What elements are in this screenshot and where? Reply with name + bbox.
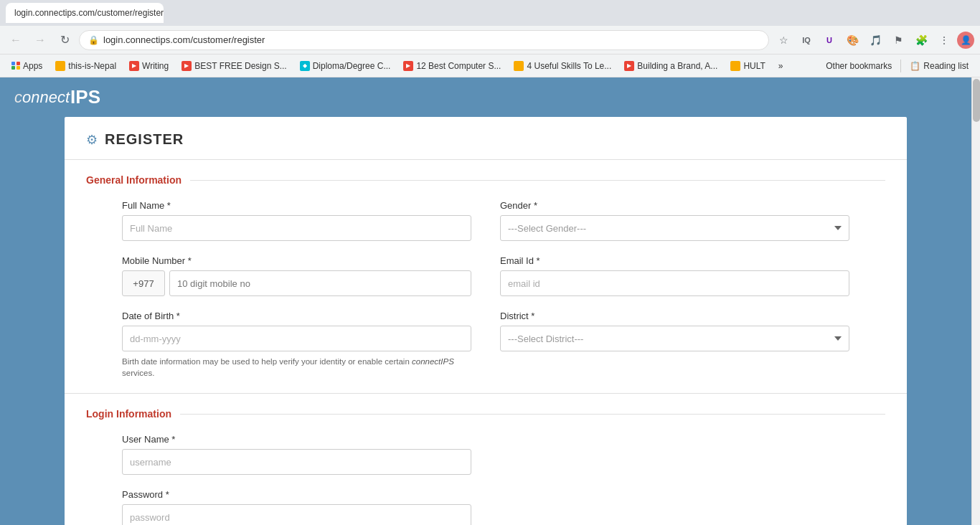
register-container: ⚙ REGISTER General Information Full N bbox=[65, 117, 907, 525]
bookmark-design[interactable]: ▶ BEST FREE Design S... bbox=[176, 57, 293, 75]
scrollbar-thumb[interactable] bbox=[973, 79, 980, 122]
bookmark-writing[interactable]: ▶ Writing bbox=[123, 57, 174, 75]
login-info-title: Login Information bbox=[86, 408, 171, 420]
bookmark-writing-label: Writing bbox=[142, 61, 169, 71]
computer-icon: ▶ bbox=[403, 61, 413, 71]
username-group: User Name * bbox=[122, 434, 471, 475]
username-label: User Name * bbox=[122, 434, 471, 445]
district-select[interactable]: ---Select District--- bbox=[500, 326, 849, 351]
puzzle-btn[interactable]: 🧩 bbox=[911, 30, 931, 50]
full-name-input[interactable] bbox=[122, 215, 471, 241]
bookmark-diploma[interactable]: ◆ Diploma/Degree C... bbox=[294, 57, 397, 75]
logo-connect: connect bbox=[14, 88, 70, 107]
reading-list-label: Reading list bbox=[923, 61, 969, 71]
bookmark-hult[interactable]: HULT bbox=[725, 57, 771, 75]
bookmark-brand-label: Building a Brand, A... bbox=[637, 61, 717, 71]
bookmarks-more-button[interactable]: » bbox=[773, 57, 789, 75]
gender-group: Gender * ---Select Gender--- Male Female… bbox=[500, 200, 849, 241]
password-input[interactable] bbox=[122, 504, 471, 525]
username-input[interactable] bbox=[122, 449, 471, 475]
gender-label: Gender * bbox=[500, 200, 849, 211]
district-label: District * bbox=[500, 311, 849, 321]
bookmark-nepal[interactable]: this-is-Nepal bbox=[50, 57, 122, 75]
apps-icon bbox=[11, 62, 20, 70]
login-info-divider bbox=[180, 414, 885, 415]
iq-icon-btn[interactable]: IQ bbox=[796, 30, 816, 50]
writing-icon: ▶ bbox=[129, 61, 139, 71]
bookmark-design-label: BEST FREE Design S... bbox=[194, 61, 287, 71]
form-row-dob-district: Date of Birth * Birth date information m… bbox=[122, 311, 849, 379]
district-group: District * ---Select District--- bbox=[500, 311, 849, 379]
browser-toolbar: ← → ↻ 🔒 login.connectips.com/customer/re… bbox=[0, 26, 980, 55]
bookmark-apps-label: Apps bbox=[23, 61, 42, 71]
diploma-icon: ◆ bbox=[300, 61, 310, 71]
register-title: REGISTER bbox=[105, 131, 184, 148]
general-info-divider bbox=[190, 180, 885, 181]
bookmark-diploma-label: Diploma/Degree C... bbox=[313, 61, 391, 71]
address-bar[interactable]: 🔒 login.connectips.com/customer/register bbox=[79, 30, 769, 50]
url-text: login.connectips.com/customer/register bbox=[103, 34, 760, 45]
music-btn[interactable]: 🎵 bbox=[865, 30, 885, 50]
profile-btn[interactable]: 👤 bbox=[957, 32, 974, 49]
more-label: » bbox=[778, 61, 783, 71]
star-button[interactable]: ☆ bbox=[773, 30, 793, 50]
bookmark-nepal-label: this-is-Nepal bbox=[68, 61, 116, 71]
country-code-input[interactable] bbox=[122, 270, 165, 296]
forward-button[interactable]: → bbox=[30, 30, 50, 50]
back-button[interactable]: ← bbox=[6, 30, 26, 50]
reading-list-icon: 📋 bbox=[910, 61, 920, 71]
form-row-mobile-email: Mobile Number * Email Id * bbox=[122, 255, 849, 296]
bookmark-apps[interactable]: Apps bbox=[6, 57, 48, 75]
other-bookmarks[interactable]: Other bookmarks bbox=[820, 57, 897, 75]
form-row-password: Password * bbox=[122, 489, 849, 525]
page-content: connect IPS ⚙ REGISTER General Informati… bbox=[0, 77, 971, 525]
other-bookmarks-label: Other bookmarks bbox=[826, 61, 892, 71]
lock-icon: 🔒 bbox=[88, 35, 99, 45]
design-icon: ▶ bbox=[182, 61, 192, 71]
password-label: Password * bbox=[122, 489, 471, 500]
reading-list[interactable]: 📋 Reading list bbox=[904, 57, 974, 75]
bookmark-skills-label: 4 Useful Skills To Le... bbox=[527, 61, 611, 71]
browser-titlebar: login.connectips.com/customer/register bbox=[0, 0, 980, 26]
toolbar-icons: ☆ IQ U 🎨 🎵 ⚑ 🧩 ⋮ 👤 bbox=[773, 30, 974, 50]
mobile-input-group bbox=[122, 270, 471, 296]
dob-input[interactable] bbox=[122, 326, 471, 351]
bookmark-skills[interactable]: 4 Useful Skills To Le... bbox=[508, 57, 617, 75]
full-name-label: Full Name * bbox=[122, 200, 471, 211]
flag-btn[interactable]: ⚑ bbox=[888, 30, 908, 50]
site-logo: connect IPS bbox=[14, 86, 957, 108]
connectips-page: connect IPS ⚙ REGISTER General Informati… bbox=[0, 77, 971, 525]
browser-chrome: login.connectips.com/customer/register ←… bbox=[0, 0, 980, 525]
bookmark-hult-label: HULT bbox=[743, 61, 765, 71]
form-row-username: User Name * bbox=[122, 434, 849, 475]
bookmark-computer[interactable]: ▶ 12 Best Computer S... bbox=[397, 57, 507, 75]
brand-icon: ▶ bbox=[624, 61, 634, 71]
email-group: Email Id * bbox=[500, 255, 849, 296]
register-icon: ⚙ bbox=[86, 132, 98, 148]
bookmark-computer-label: 12 Best Computer S... bbox=[416, 61, 501, 71]
scrollbar-track[interactable] bbox=[971, 77, 980, 525]
email-input[interactable] bbox=[500, 270, 849, 296]
bookmark-brand[interactable]: ▶ Building a Brand, A... bbox=[618, 57, 723, 75]
general-info-form: Full Name * Gender * ---Select Gender---… bbox=[65, 200, 907, 379]
login-info-form: User Name * Password * bbox=[65, 434, 907, 525]
reload-button[interactable]: ↻ bbox=[55, 30, 75, 50]
login-info-section-header: Login Information bbox=[65, 408, 907, 420]
mobile-group: Mobile Number * bbox=[122, 255, 471, 296]
general-info-title: General Information bbox=[86, 174, 182, 186]
logo-ips: IPS bbox=[70, 86, 100, 108]
color-wheel-btn[interactable]: 🎨 bbox=[842, 30, 862, 50]
tab-title: login.connectips.com/customer/register bbox=[14, 8, 164, 18]
mobile-number-input[interactable] bbox=[169, 270, 471, 296]
email-label: Email Id * bbox=[500, 255, 849, 266]
browser-tab[interactable]: login.connectips.com/customer/register bbox=[6, 3, 164, 23]
u-icon-btn[interactable]: U bbox=[819, 30, 839, 50]
section-separator bbox=[65, 393, 907, 394]
gender-select[interactable]: ---Select Gender--- Male Female Other bbox=[500, 215, 849, 241]
menu-btn[interactable]: ⋮ bbox=[934, 30, 954, 50]
bookmarks-separator bbox=[900, 60, 901, 72]
dob-label: Date of Birth * bbox=[122, 311, 471, 321]
general-info-section-header: General Information bbox=[65, 174, 907, 186]
skills-icon bbox=[514, 61, 524, 71]
dob-group: Date of Birth * Birth date information m… bbox=[122, 311, 471, 379]
